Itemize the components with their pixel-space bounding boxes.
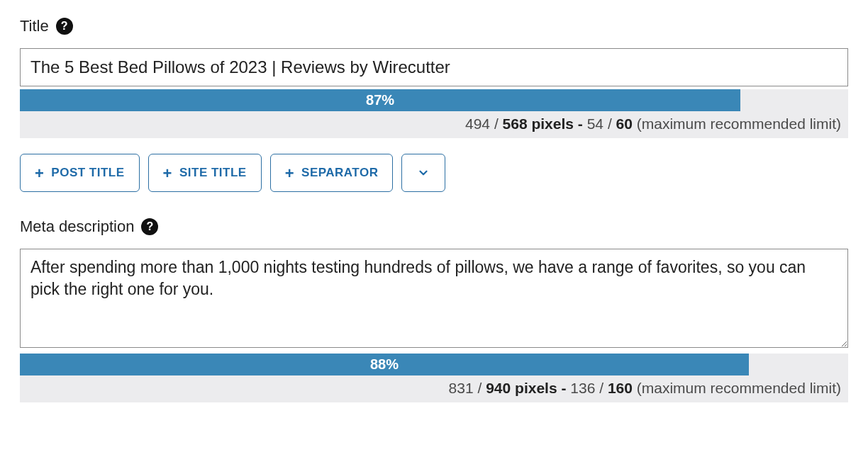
title-progress-bar: 87% <box>20 89 740 111</box>
slash: / <box>608 115 612 132</box>
separator-button-label: SEPARATOR <box>301 166 378 180</box>
title-label: Title <box>20 17 49 35</box>
meta-metrics: 831 / 940 pixels - 136 / 160 (maximum re… <box>20 375 848 402</box>
title-chars-current: 54 <box>587 115 603 132</box>
separator-button[interactable]: + SEPARATOR <box>270 154 394 192</box>
meta-metrics-suffix: (maximum recommended limit) <box>637 380 841 396</box>
meta-pixels-max: 940 <box>486 380 511 396</box>
meta-chars-max: 160 <box>608 380 633 396</box>
plus-icon: + <box>163 169 172 177</box>
plus-icon: + <box>285 169 294 177</box>
title-input[interactable] <box>20 48 848 86</box>
help-icon[interactable]: ? <box>141 218 158 235</box>
slash: / <box>494 115 499 132</box>
dash: - <box>561 380 566 396</box>
title-metrics-suffix: (maximum recommended limit) <box>637 115 841 132</box>
meta-progress-track: 88% <box>20 354 848 375</box>
title-progress-track: 87% <box>20 89 848 111</box>
site-title-button[interactable]: + SITE TITLE <box>148 154 262 192</box>
meta-chars-current: 136 <box>570 380 595 396</box>
pixels-word: pixels <box>531 115 574 132</box>
post-title-button-label: POST TITLE <box>51 166 124 180</box>
dash: - <box>578 115 583 132</box>
title-button-row: + POST TITLE + SITE TITLE + SEPARATOR <box>20 154 848 192</box>
help-icon[interactable]: ? <box>56 18 73 35</box>
title-label-row: Title ? <box>20 17 848 35</box>
title-pixels-current: 494 <box>465 115 490 132</box>
title-section: Title ? 87% 494 / 568 pixels - 54 / 60 (… <box>20 17 848 192</box>
site-title-button-label: SITE TITLE <box>179 166 247 180</box>
meta-label: Meta description <box>20 217 134 236</box>
more-options-button[interactable] <box>401 154 445 192</box>
title-chars-max: 60 <box>616 115 633 132</box>
title-metrics: 494 / 568 pixels - 54 / 60 (maximum reco… <box>20 111 848 138</box>
chevron-down-icon <box>417 166 430 179</box>
meta-description-section: Meta description ? 88% 831 / 940 pixels … <box>20 217 848 402</box>
pixels-word: pixels <box>515 380 557 396</box>
slash: / <box>599 380 603 396</box>
meta-label-row: Meta description ? <box>20 217 848 236</box>
plus-icon: + <box>35 169 44 177</box>
title-pixels-max: 568 <box>503 115 528 132</box>
slash: / <box>478 380 482 396</box>
meta-progress-bar: 88% <box>20 354 749 375</box>
meta-description-input[interactable] <box>20 249 848 348</box>
meta-pixels-current: 831 <box>449 380 474 396</box>
post-title-button[interactable]: + POST TITLE <box>20 154 140 192</box>
